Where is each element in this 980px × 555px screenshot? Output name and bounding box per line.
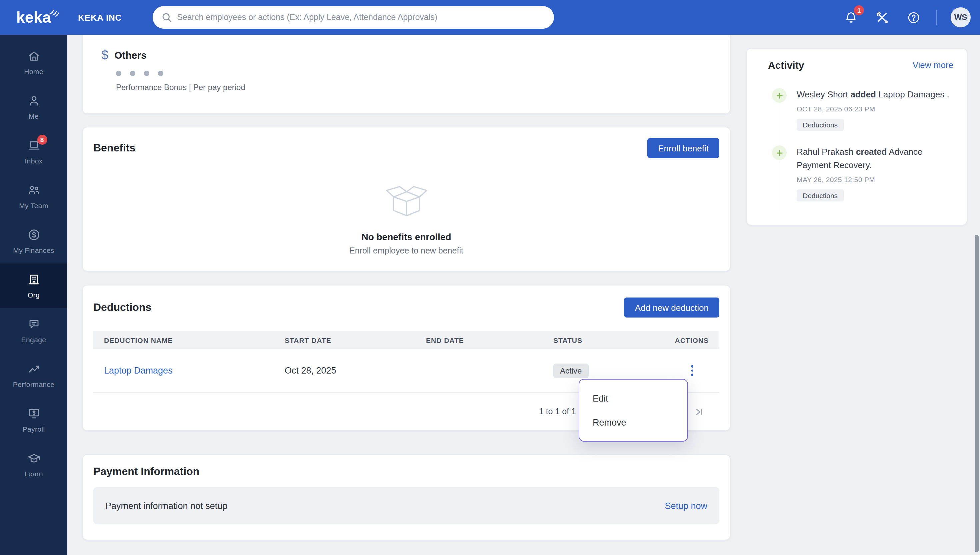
payment-info-title: Payment Information <box>93 466 199 478</box>
section-divider <box>83 39 730 39</box>
inbox-count-badge: 8 <box>37 135 47 145</box>
payroll-monitor-icon <box>27 407 40 420</box>
sidebar-item-label: Me <box>29 112 39 120</box>
activity-list: Wesley Short added Laptop Damages . OCT … <box>768 88 953 202</box>
kebab-menu-icon[interactable] <box>687 362 697 380</box>
section-title: Others <box>114 50 147 61</box>
column-header: ACTIONS <box>673 336 709 344</box>
search-input[interactable] <box>177 13 545 22</box>
table-header-row: DEDUCTION NAME START DATE END DATE STATU… <box>93 331 719 349</box>
payment-info-banner: Payment information not setup Setup now <box>93 487 719 525</box>
trend-up-icon <box>27 362 40 375</box>
tools-icon <box>875 10 889 24</box>
deductions-card: Deductions Add new deduction DEDUCTION N… <box>82 285 731 431</box>
sidebar-item-home[interactable]: Home <box>0 40 67 85</box>
status-badge: Active <box>553 363 588 378</box>
header-actions: 1 WS <box>842 7 980 27</box>
sidebar-item-performance[interactable]: Performance <box>0 353 67 398</box>
setup-now-link[interactable]: Setup now <box>665 500 707 511</box>
sidebar-item-payroll[interactable]: Payroll <box>0 398 67 442</box>
content-column: $ Others Performance Bonus | Per pay per… <box>82 35 731 541</box>
activity-item: Rahul Prakash created Advance Payment Re… <box>768 146 953 202</box>
graduation-cap-icon <box>27 452 40 465</box>
benefits-card: Benefits Enroll benefit No benefits enro… <box>82 127 731 271</box>
activity-text: Rahul Prakash created Advance Payment Re… <box>797 146 953 172</box>
sidebar-item-label: Engage <box>21 335 46 343</box>
dot <box>158 71 163 76</box>
start-date-cell: Oct 28, 2025 <box>285 366 426 375</box>
dot <box>116 71 122 76</box>
dot <box>130 71 135 76</box>
inbox-icon: 8 <box>27 139 40 152</box>
brand-logo[interactable]: keka <box>0 10 67 25</box>
benefits-title: Benefits <box>93 142 135 154</box>
help-button[interactable] <box>905 9 922 26</box>
activity-timestamp: MAY 26, 2025 12:50 PM <box>797 176 953 184</box>
activity-timestamp: OCT 28, 2025 06:23 PM <box>797 105 949 113</box>
payment-info-message: Payment information not setup <box>106 500 227 511</box>
column-header: START DATE <box>285 336 426 344</box>
sidebar-item-inbox[interactable]: 8 Inbox <box>0 130 67 174</box>
top-header: keka KEKA INC 1 <box>0 0 980 35</box>
sidebar-item-my-team[interactable]: My Team <box>0 174 67 219</box>
activity-title: Activity <box>768 59 804 71</box>
tools-button[interactable] <box>873 9 890 26</box>
activity-tag: Deductions <box>797 190 844 202</box>
sidebar-item-label: My Finances <box>13 246 54 254</box>
notification-badge: 1 <box>854 5 864 15</box>
sidebar-item-my-finances[interactable]: My Finances <box>0 219 67 263</box>
row-actions-menu: Edit Remove <box>579 379 688 441</box>
brand-logo-text: keka <box>16 10 51 25</box>
column-header: DEDUCTION NAME <box>104 336 285 344</box>
dollar-circle-icon <box>27 228 40 242</box>
logo-spark-icon <box>50 8 59 18</box>
sidebar-item-label: My Team <box>19 201 48 210</box>
app-root: keka KEKA INC 1 <box>0 0 980 555</box>
sidebar-item-org[interactable]: Org <box>0 263 67 308</box>
activity-tag: Deductions <box>797 119 844 131</box>
empty-state-subtitle: Enroll employee to new benefit <box>349 246 463 255</box>
pagination-info: 1 to 1 of 1 <box>539 407 576 416</box>
component-caption: Performance Bonus | Per pay period <box>116 83 730 92</box>
column-header: END DATE <box>426 336 553 344</box>
sidebar-item-me[interactable]: Me <box>0 85 67 130</box>
notifications-button[interactable]: 1 <box>842 9 859 26</box>
activity-panel: Activity View more Wesley Short added La… <box>746 48 967 226</box>
user-icon <box>27 94 40 107</box>
menu-item-remove[interactable]: Remove <box>579 410 687 434</box>
last-page-icon[interactable] <box>695 407 703 416</box>
avatar[interactable]: WS <box>951 7 970 27</box>
empty-state-title: No benefits enrolled <box>361 231 451 242</box>
chat-icon <box>27 318 40 331</box>
sidebar-item-label: Learn <box>24 470 43 478</box>
building-icon <box>27 273 40 286</box>
search-icon <box>161 12 172 23</box>
header-divider <box>936 10 937 25</box>
company-name: KEKA INC <box>78 12 122 22</box>
main-area: $ Others Performance Bonus | Per pay per… <box>67 35 980 555</box>
activity-text: Wesley Short added Laptop Damages . <box>797 88 949 101</box>
add-deduction-button[interactable]: Add new deduction <box>624 297 719 318</box>
sidebar-item-label: Home <box>24 67 43 75</box>
enroll-benefit-button[interactable]: Enroll benefit <box>647 138 719 158</box>
deduction-name-link[interactable]: Laptop Damages <box>104 366 285 375</box>
dot <box>144 71 149 76</box>
global-search <box>152 6 554 29</box>
plus-icon <box>772 146 787 160</box>
sidebar-item-label: Inbox <box>25 157 42 165</box>
view-more-link[interactable]: View more <box>913 60 953 70</box>
plus-icon <box>772 88 787 103</box>
team-icon <box>27 183 40 197</box>
component-dots <box>116 71 730 76</box>
page-scrollbar[interactable] <box>975 235 978 552</box>
sidebar-item-label: Payroll <box>23 425 45 433</box>
sidebar-item-engage[interactable]: Engage <box>0 308 67 353</box>
menu-item-edit[interactable]: Edit <box>579 386 687 410</box>
salary-others-card: $ Others Performance Bonus | Per pay per… <box>82 35 731 114</box>
home-icon <box>27 50 40 63</box>
empty-box-icon <box>378 181 434 221</box>
deductions-title: Deductions <box>93 302 151 313</box>
sidebar-item-learn[interactable]: Learn <box>0 442 67 487</box>
help-icon <box>906 10 920 24</box>
sidebar: Home Me 8 Inbox My Team My Finances <box>0 35 67 555</box>
